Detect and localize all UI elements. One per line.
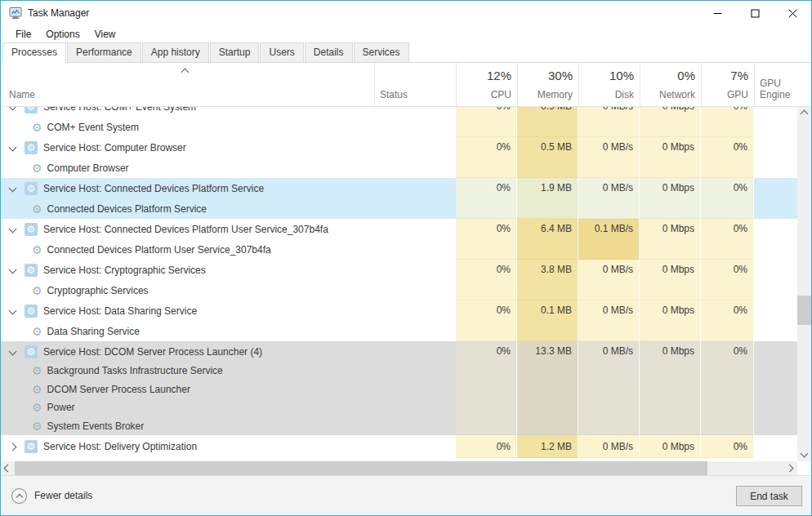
process-row-parent[interactable]: ⚙Service Host: Data Sharing Service (1, 300, 456, 321)
scroll-down-button[interactable] (797, 447, 811, 461)
process-row-child[interactable]: ⚙COM+ Event System (1, 117, 456, 137)
chevron-down-icon[interactable] (9, 185, 17, 193)
close-button[interactable] (774, 1, 811, 25)
disk-value: 0 MB/s (578, 341, 639, 362)
cpu-cell[interactable]: 0% (456, 341, 517, 435)
scroll-up-button[interactable] (797, 107, 811, 121)
gpu-cell[interactable]: 0% (701, 219, 754, 260)
disk-cell[interactable]: 0 MB/s (578, 300, 640, 341)
chevron-down-icon[interactable] (9, 225, 17, 234)
memory-cell[interactable]: 6.4 MB (517, 219, 578, 260)
scroll-right-button[interactable] (783, 461, 797, 475)
chevron-down-icon[interactable] (9, 144, 17, 152)
process-row-child[interactable]: ⚙Cryptographic Services (1, 280, 456, 300)
process-row-child[interactable]: ⚙Connected Devices Platform User Service… (1, 239, 456, 260)
cpu-cell[interactable]: 0% (456, 260, 517, 300)
cpu-cell[interactable]: 0% (456, 219, 517, 260)
tab-startup[interactable]: Startup (210, 42, 260, 63)
column-header-memory[interactable]: 30% Memory (517, 63, 578, 106)
network-cell[interactable]: 0 Mbps (640, 178, 701, 219)
cpu-cell[interactable]: 0% (456, 107, 517, 137)
tab-performance[interactable]: Performance (67, 42, 141, 63)
network-cell[interactable]: 0 Mbps (640, 435, 701, 458)
memory-cell[interactable]: 13.3 MB (517, 341, 578, 435)
column-header-name[interactable]: Name (1, 63, 374, 106)
chevron-down-icon[interactable] (9, 348, 17, 356)
memory-cell[interactable]: 0.9 MB (517, 107, 578, 137)
network-cell[interactable]: 0 Mbps (640, 341, 701, 435)
process-row-child[interactable]: ⚙Power (1, 398, 456, 417)
tab-users[interactable]: Users (260, 42, 303, 63)
process-row-child[interactable]: ⚙System Events Broker (1, 417, 456, 436)
menu-item-file[interactable]: File (8, 27, 38, 42)
process-row-parent[interactable]: ⚙Service Host: COM+ Event System (1, 107, 456, 117)
menu-item-view[interactable]: View (87, 27, 123, 42)
process-row-parent[interactable]: ⚙Service Host: DCOM Server Process Launc… (1, 341, 456, 362)
cpu-cell[interactable]: 0% (456, 137, 517, 178)
menu-item-options[interactable]: Options (38, 27, 87, 42)
network-cell[interactable]: 0 Mbps (640, 219, 701, 260)
vertical-scrollbar[interactable] (797, 107, 811, 461)
process-row-parent[interactable]: ⚙Service Host: Connected Devices Platfor… (1, 219, 456, 239)
chevron-down-icon[interactable] (9, 107, 17, 110)
fewer-details-toggle[interactable]: Fewer details (11, 488, 92, 504)
disk-cell[interactable]: 0 MB/s (578, 178, 640, 219)
process-row-parent[interactable]: ⚙Service Host: Cryptographic Services (1, 260, 456, 280)
gpu-cell[interactable]: 0% (701, 178, 754, 219)
disk-cell[interactable]: 0 MB/s (578, 341, 640, 435)
disk-cell[interactable]: 0 MB/s (578, 137, 640, 178)
process-name: Computer Browser (47, 162, 129, 174)
vertical-scrollbar-thumb[interactable] (797, 296, 811, 325)
tab-details[interactable]: Details (305, 42, 353, 63)
gpu-cell[interactable]: 0% (701, 260, 754, 300)
network-cell[interactable]: 0 Mbps (640, 260, 701, 300)
horizontal-scrollbar[interactable] (1, 461, 797, 475)
cpu-cell[interactable]: 0% (456, 300, 517, 341)
column-header-status[interactable]: Status (374, 63, 456, 106)
gpu-cell[interactable]: 0% (701, 435, 754, 458)
disk-cell[interactable]: 0.1 MB/s (578, 219, 640, 260)
horizontal-scrollbar-thumb[interactable] (15, 461, 707, 475)
disk-cell[interactable]: 0 MB/s (578, 107, 640, 137)
tab-processes[interactable]: Processes (2, 42, 66, 63)
memory-cell[interactable]: 1.9 MB (517, 178, 578, 219)
chevron-down-icon[interactable] (9, 266, 17, 274)
column-header-cpu[interactable]: 12% CPU (456, 63, 517, 106)
disk-cell[interactable]: 0 MB/s (578, 435, 640, 458)
tab-services[interactable]: Services (354, 42, 409, 63)
process-row-child[interactable]: ⚙Computer Browser (1, 158, 456, 178)
memory-cell[interactable]: 3.8 MB (517, 260, 578, 300)
gpu-cell[interactable]: 0% (701, 300, 754, 341)
column-header-network[interactable]: 0% Network (640, 63, 701, 106)
gpu-cell[interactable]: 0% (701, 107, 754, 137)
gpu-cell[interactable]: 0% (701, 137, 754, 178)
disk-cell[interactable]: 0 MB/s (578, 260, 640, 300)
column-header-disk[interactable]: 10% Disk (578, 63, 640, 106)
network-cell[interactable]: 0 Mbps (640, 137, 701, 178)
gpu-cell[interactable]: 0% (701, 341, 754, 435)
memory-cell[interactable]: 0.1 MB (517, 300, 578, 341)
scroll-left-button[interactable] (1, 461, 15, 475)
end-task-button[interactable]: End task (736, 486, 802, 506)
chevron-right-icon[interactable] (9, 443, 17, 451)
memory-cell[interactable]: 1.2 MB (517, 435, 578, 458)
tab-app-history[interactable]: App history (142, 42, 209, 63)
process-row-parent[interactable]: ⚙Service Host: Connected Devices Platfor… (1, 178, 456, 198)
column-header-gpu-engine[interactable]: GPU Engine (754, 63, 811, 106)
process-row-child[interactable]: ⚙Background Tasks Infrastructure Service (1, 362, 456, 380)
chevron-down-icon[interactable] (9, 307, 17, 315)
network-cell[interactable]: 0 Mbps (640, 300, 701, 341)
process-row-parent[interactable]: ⚙Service Host: Computer Browser (1, 137, 456, 158)
memory-cell[interactable]: 0.5 MB (517, 137, 578, 178)
process-row-parent[interactable]: ⚙Service Host: Delivery Optimization (1, 435, 456, 458)
process-row-child[interactable]: ⚙Connected Devices Platform Service (1, 198, 456, 219)
cpu-cell[interactable]: 0% (456, 178, 517, 219)
cpu-cell[interactable]: 0% (456, 435, 517, 458)
gpu-value: 0% (701, 260, 753, 280)
minimize-button[interactable] (698, 1, 736, 25)
process-row-child[interactable]: ⚙DCOM Server Process Launcher (1, 380, 456, 399)
maximize-button[interactable] (736, 1, 774, 25)
process-row-child[interactable]: ⚙Data Sharing Service (1, 321, 456, 341)
column-header-gpu[interactable]: 7% GPU (701, 63, 754, 106)
network-cell[interactable]: 0 Mbps (640, 107, 701, 137)
